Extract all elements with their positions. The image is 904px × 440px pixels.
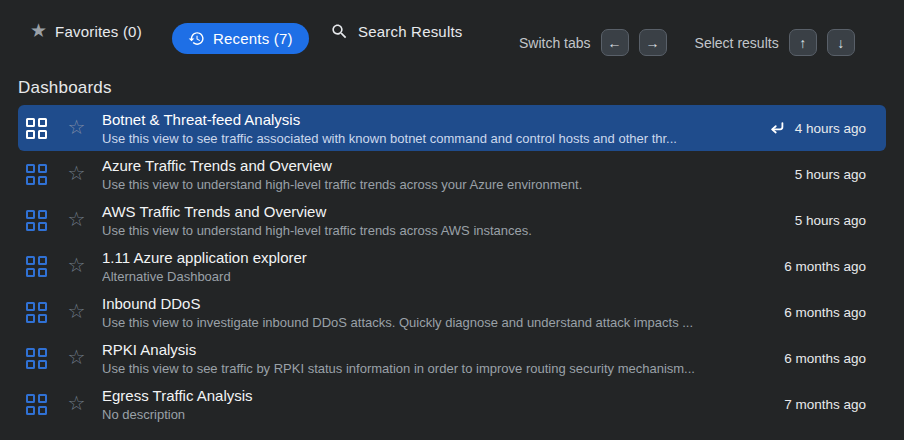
item-text: Egress Traffic Analysis No description xyxy=(102,387,253,422)
list-item[interactable]: ☆ 1.11 Azure application explorer Altern… xyxy=(18,243,886,289)
item-description: Use this view to investigate inbound DDo… xyxy=(102,315,693,330)
list-item[interactable]: ☆ Egress Traffic Analysis No description… xyxy=(18,381,886,427)
switch-tabs-label: Switch tabs xyxy=(519,35,591,51)
item-text: Botnet & Threat-feed Analysis Use this v… xyxy=(102,111,677,146)
item-title: Egress Traffic Analysis xyxy=(102,387,253,404)
item-meta: 6 months ago xyxy=(784,259,886,274)
dashboard-list: ☆ Botnet & Threat-feed Analysis Use this… xyxy=(18,105,886,427)
arrow-right-button[interactable]: → xyxy=(639,29,667,56)
item-title: 1.11 Azure application explorer xyxy=(102,249,307,266)
item-text: Azure Traffic Trends and Overview Use th… xyxy=(102,157,582,192)
list-item[interactable]: ☆ Azure Traffic Trends and Overview Use … xyxy=(18,151,886,197)
dashboard-grid-icon xyxy=(26,210,47,231)
item-title: AWS Traffic Trends and Overview xyxy=(102,203,532,220)
tab-search-results[interactable]: Search Results xyxy=(330,22,463,41)
item-meta: 6 months ago xyxy=(784,305,886,320)
item-description: Use this view to understand high-level t… xyxy=(102,177,582,192)
dashboard-grid-icon xyxy=(26,256,47,277)
list-item[interactable]: ☆ RPKI Analysis Use this view to see tra… xyxy=(18,335,886,381)
arrow-down-button[interactable]: ↓ xyxy=(827,29,855,56)
item-meta: 7 months ago xyxy=(784,397,886,412)
dashboard-search-panel: ★ Favorites (0) Recents (7) Search Resul… xyxy=(0,0,904,440)
favorite-star-icon[interactable]: ☆ xyxy=(66,255,87,275)
tab-favorites[interactable]: ★ Favorites (0) xyxy=(30,22,142,41)
item-meta: 5 hours ago xyxy=(795,213,886,228)
item-meta: 5 hours ago xyxy=(795,167,886,182)
tab-bar: ★ Favorites (0) Recents (7) Search Resul… xyxy=(0,0,904,70)
list-item[interactable]: ☆ AWS Traffic Trends and Overview Use th… xyxy=(18,197,886,243)
timestamp: 4 hours ago xyxy=(795,121,866,136)
dashboard-grid-icon xyxy=(26,302,47,323)
tab-recents[interactable]: Recents (7) xyxy=(172,23,309,54)
item-description: Use this view to understand high-level t… xyxy=(102,223,532,238)
search-icon xyxy=(330,22,349,41)
item-meta: 6 months ago xyxy=(784,351,886,366)
enter-key-icon xyxy=(768,119,786,137)
item-meta: 4 hours ago xyxy=(768,119,886,137)
timestamp: 6 months ago xyxy=(784,351,866,366)
list-item[interactable]: ☆ Inbound DDoS Use this view to investig… xyxy=(18,289,886,335)
arrow-left-button[interactable]: ← xyxy=(601,29,629,56)
list-item[interactable]: ☆ Botnet & Threat-feed Analysis Use this… xyxy=(18,105,886,151)
favorite-star-icon[interactable]: ☆ xyxy=(66,301,87,321)
timestamp: 5 hours ago xyxy=(795,167,866,182)
favorite-star-icon[interactable]: ☆ xyxy=(66,347,87,367)
timestamp: 5 hours ago xyxy=(795,213,866,228)
timestamp: 7 months ago xyxy=(784,397,866,412)
item-text: Inbound DDoS Use this view to investigat… xyxy=(102,295,693,330)
item-title: Botnet & Threat-feed Analysis xyxy=(102,111,677,128)
item-description: Use this view to see traffic by RPKI sta… xyxy=(102,361,695,376)
section-title: Dashboards xyxy=(18,78,904,98)
history-icon xyxy=(188,30,205,47)
arrow-up-button[interactable]: ↑ xyxy=(789,29,817,56)
timestamp: 6 months ago xyxy=(784,305,866,320)
favorite-star-icon[interactable]: ☆ xyxy=(66,393,87,413)
tab-favorites-label: Favorites (0) xyxy=(55,23,142,40)
tab-search-results-label: Search Results xyxy=(358,23,463,40)
item-text: 1.11 Azure application explorer Alternat… xyxy=(102,249,307,284)
item-title: Azure Traffic Trends and Overview xyxy=(102,157,582,174)
item-title: Inbound DDoS xyxy=(102,295,693,312)
favorite-star-icon[interactable]: ☆ xyxy=(66,117,87,137)
item-text: RPKI Analysis Use this view to see traff… xyxy=(102,341,695,376)
item-description: Use this view to see traffic associated … xyxy=(102,131,677,146)
item-description: No description xyxy=(102,407,253,422)
star-filled-icon: ★ xyxy=(30,21,47,40)
tab-recents-label: Recents (7) xyxy=(213,30,293,47)
dashboard-grid-icon xyxy=(26,118,47,139)
item-description: Alternative Dashboard xyxy=(102,269,307,284)
select-results-label: Select results xyxy=(695,35,779,51)
dashboard-grid-icon xyxy=(26,348,47,369)
favorite-star-icon[interactable]: ☆ xyxy=(66,163,87,183)
keyboard-shortcuts: Switch tabs ← → Select results ↑ ↓ xyxy=(519,29,855,56)
timestamp: 6 months ago xyxy=(784,259,866,274)
dashboard-grid-icon xyxy=(26,164,47,185)
item-text: AWS Traffic Trends and Overview Use this… xyxy=(102,203,532,238)
favorite-star-icon[interactable]: ☆ xyxy=(66,209,87,229)
item-title: RPKI Analysis xyxy=(102,341,695,358)
dashboard-grid-icon xyxy=(26,394,47,415)
